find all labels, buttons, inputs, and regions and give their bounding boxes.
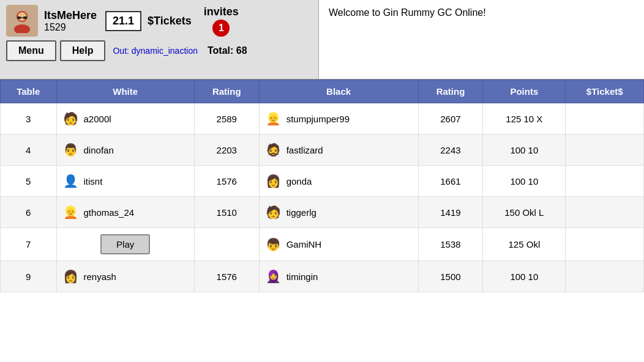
cell-table-num: 4 <box>1 135 57 166</box>
user-rating-label: 1529 <box>44 22 97 33</box>
cell-points: 100 10 <box>483 166 566 197</box>
white-avatar: 👨 <box>62 141 80 159</box>
table-row: 5👤itisnt1576👩gonda1661100 10 <box>1 166 644 197</box>
white-name: dinofan <box>84 145 114 155</box>
black-avatar: 🧕 <box>264 267 283 286</box>
white-avatar: 🧑 <box>62 109 80 128</box>
cell-tickets <box>566 166 644 197</box>
svg-rect-3 <box>17 17 21 19</box>
table-row: 7Play👦GamiNH1538125 Okl <box>1 228 644 261</box>
cell-black-player: 🧕timingin <box>259 261 418 292</box>
cell-black-rating: 2607 <box>418 103 483 135</box>
help-button[interactable]: Help <box>60 40 106 61</box>
cell-table-num: 9 <box>1 261 57 292</box>
svg-rect-4 <box>23 17 27 19</box>
play-button[interactable]: Play <box>100 234 150 254</box>
cell-tickets <box>566 261 644 292</box>
cell-white-player: 👨dinofan <box>56 135 194 166</box>
tickets-label: $Tickets <box>148 15 192 28</box>
table-row: 9👩renyash1576🧕timingin1500100 10 <box>1 261 644 292</box>
cell-black-player: 🧑tiggerlg <box>259 197 418 228</box>
invites-count: 1 <box>219 23 224 34</box>
white-name: a2000l <box>84 114 111 124</box>
status-text: Out: dynamic_inaction <box>113 46 198 56</box>
user-avatar <box>6 5 38 37</box>
col-points: Points <box>483 80 566 103</box>
cell-table-num: 6 <box>1 197 57 228</box>
invites-container: invites 1 <box>204 6 239 37</box>
header-buttons-row: Menu Help Out: dynamic_inaction Total: 6… <box>6 40 312 61</box>
cell-points: 100 10 <box>483 261 566 292</box>
white-avatar: 👩 <box>62 267 80 286</box>
menu-button[interactable]: Menu <box>6 40 56 61</box>
col-table: Table <box>1 80 57 103</box>
black-avatar: 👩 <box>264 172 283 190</box>
col-white: White <box>56 80 194 103</box>
cell-black-player: 🧔fastlizard <box>259 135 418 166</box>
black-name: tiggerlg <box>286 207 316 218</box>
white-avatar: 👤 <box>62 172 80 190</box>
cell-table-num: 7 <box>1 228 57 261</box>
invites-badge[interactable]: 1 <box>212 20 230 37</box>
tickets-box: 21.1 <box>105 11 141 31</box>
black-avatar: 👦 <box>264 235 283 254</box>
black-name: timingin <box>286 272 318 282</box>
black-name: GamiNH <box>286 239 322 249</box>
white-avatar: 👱 <box>62 203 80 221</box>
welcome-panel: Welcome to Gin Rummy GC Online! <box>318 0 644 79</box>
cell-tickets <box>566 103 644 135</box>
black-avatar: 👱 <box>264 109 283 128</box>
table-row: 6👱gthomas_241510🧑tiggerlg1419150 Okl L <box>1 197 644 228</box>
cell-points: 125 Okl <box>483 228 566 261</box>
invites-label: invites <box>204 6 239 18</box>
cell-white-player[interactable]: Play <box>56 228 194 261</box>
cell-tickets <box>566 228 644 261</box>
cell-tickets <box>566 197 644 228</box>
cell-tickets <box>566 135 644 166</box>
cell-black-rating: 1500 <box>418 261 483 292</box>
user-info: ItsMeHere 1529 <box>44 9 97 33</box>
table-body: 3🧑a2000l2589👱stumpjumper992607125 10 X4👨… <box>1 103 644 292</box>
table-row: 4👨dinofan2203🧔fastlizard2243100 10 <box>1 135 644 166</box>
header: ItsMeHere 1529 21.1 $Tickets invites 1 M… <box>0 0 644 79</box>
black-name: gonda <box>286 176 312 187</box>
username-label: ItsMeHere <box>44 9 97 22</box>
cell-black-rating: 1419 <box>418 197 483 228</box>
white-name: itisnt <box>84 176 103 187</box>
tickets-value: 21.1 <box>113 15 134 27</box>
cell-black-rating: 1538 <box>418 228 483 261</box>
cell-white-player: 👩renyash <box>56 261 194 292</box>
cell-white-rating: 2203 <box>194 135 259 166</box>
game-table: Table White Rating Black Rating Points $… <box>0 79 644 292</box>
col-rating-white: Rating <box>194 80 259 103</box>
cell-white-rating <box>194 228 259 261</box>
header-top-row: ItsMeHere 1529 21.1 $Tickets invites 1 <box>6 5 312 37</box>
col-rating-black: Rating <box>418 80 483 103</box>
total-text: Total: 68 <box>208 45 247 56</box>
white-name: renyash <box>84 272 116 282</box>
black-avatar: 🧑 <box>264 203 283 221</box>
cell-white-player: 👤itisnt <box>56 166 194 197</box>
cell-white-player: 👱gthomas_24 <box>56 197 194 228</box>
cell-white-rating: 1510 <box>194 197 259 228</box>
cell-white-rating: 1576 <box>194 261 259 292</box>
cell-white-rating: 1576 <box>194 166 259 197</box>
cell-black-player: 👦GamiNH <box>259 228 418 261</box>
cell-table-num: 3 <box>1 103 57 135</box>
header-left: ItsMeHere 1529 21.1 $Tickets invites 1 M… <box>0 0 318 79</box>
cell-black-player: 👱stumpjumper99 <box>259 103 418 135</box>
black-avatar: 🧔 <box>264 141 283 159</box>
table-row: 3🧑a2000l2589👱stumpjumper992607125 10 X <box>1 103 644 135</box>
cell-black-player: 👩gonda <box>259 166 418 197</box>
cell-black-rating: 1661 <box>418 166 483 197</box>
svg-point-1 <box>14 24 30 33</box>
cell-white-player: 🧑a2000l <box>56 103 194 135</box>
col-tickets: $Ticket$ <box>566 80 644 103</box>
welcome-text: Welcome to Gin Rummy GC Online! <box>329 7 486 18</box>
cell-points: 150 Okl L <box>483 197 566 228</box>
white-name: gthomas_24 <box>84 207 135 218</box>
col-black: Black <box>259 80 418 103</box>
cell-points: 100 10 <box>483 135 566 166</box>
cell-table-num: 5 <box>1 166 57 197</box>
cell-black-rating: 2243 <box>418 135 483 166</box>
